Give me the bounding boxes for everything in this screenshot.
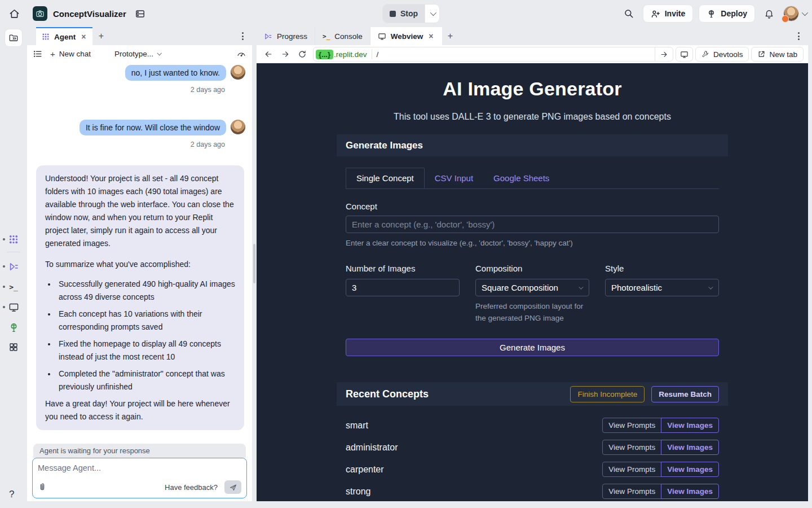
agent-paragraph: Have a great day! Your project will be h… [45,397,235,423]
send-button[interactable] [224,480,241,494]
webview-urlbar: {...} .replit.dev / Devtools New tab [257,45,808,63]
concept-input[interactable] [346,216,719,233]
view-images-button[interactable]: View Images [661,462,719,477]
rail-all-tools-icon[interactable] [7,340,20,354]
send-icon [229,483,237,492]
reload-button[interactable] [295,47,310,62]
tab-csv-input[interactable]: CSV Input [425,168,483,189]
layout-icon[interactable] [132,5,149,22]
right-panel: Progress >_ Console Webview × + {...} .r… [257,27,808,501]
close-icon[interactable]: × [427,32,434,41]
stop-button[interactable]: Stop [383,5,425,23]
page-title: AI Image Generator [337,78,728,100]
chevron-down-icon [579,284,583,289]
view-prompts-button[interactable]: View Prompts [602,462,661,477]
num-images-label: Number of Images [346,264,460,273]
chat-history-icon[interactable] [33,49,42,59]
tab-single-concept[interactable]: Single Concept [346,168,425,189]
new-chat-label: New chat [59,50,91,58]
tab-agent[interactable]: Agent × [36,27,92,45]
stop-options-button[interactable] [425,5,439,23]
chat-input-area: Agent is waiting for your response Have … [27,436,252,501]
add-tab-button[interactable]: + [442,27,459,45]
rail-console-icon[interactable]: >_ [7,280,20,294]
back-button[interactable] [261,47,276,62]
rail-webview-icon[interactable] [7,300,20,314]
concept-row: administrator View Prompts View Images [346,436,719,458]
devtools-button[interactable]: Devtools [695,47,749,62]
rail-deployments-icon[interactable] [7,321,20,334]
tab-google-sheets[interactable]: Google Sheets [483,168,559,189]
url-input[interactable]: {...} .replit.dev / [313,47,673,62]
message-input[interactable] [38,463,241,472]
composition-select[interactable]: Square Composition [475,279,589,296]
deploy-button[interactable]: Deploy [699,5,755,23]
home-button[interactable] [6,5,23,22]
resume-batch-button[interactable]: Resume Batch [651,386,719,402]
search-icon [624,8,634,19]
view-images-button[interactable]: View Images [661,440,719,455]
scrollbar-thumb[interactable] [253,244,255,283]
view-images-button[interactable]: View Images [661,484,719,499]
style-select[interactable]: Photorealistic [605,279,719,296]
invite-button[interactable]: Invite [643,5,694,23]
rail-progress-icon[interactable] [7,260,20,273]
usage-gauge-icon[interactable] [236,49,246,59]
add-tab-button[interactable]: + [92,27,109,45]
collapse-file-tree-button[interactable] [5,29,23,47]
url-host-badge: {...} [316,50,333,59]
folder-collapse-icon [8,33,19,43]
close-icon[interactable]: × [80,32,87,41]
monitor-icon [680,50,689,59]
device-preview-button[interactable] [676,47,693,62]
agent-panel-menu-button[interactable] [237,31,248,41]
feedback-link[interactable]: Have feedback? [165,483,218,492]
notifications-button[interactable] [761,5,778,22]
new-tab-button[interactable]: New tab [751,47,804,62]
message-timestamp: 2 days ago [34,141,225,148]
tab-webview[interactable]: Webview × [370,27,442,45]
agent-paragraph: To summarize what you've accomplished: [45,258,235,271]
new-tab-label: New tab [769,50,797,59]
tab-progress[interactable]: Progress [257,27,315,45]
recent-concepts-list: smart View Prompts View Images administr… [337,414,728,501]
url-path: / [377,50,655,59]
style-label: Style [605,264,719,273]
num-images-input[interactable] [346,279,460,296]
chat-session-label: Prototype... [114,50,153,58]
bell-icon [764,8,774,19]
view-images-button[interactable]: View Images [661,418,719,433]
agent-bullet-list: Successfully generated 490 high-quality … [56,278,235,393]
agent-paragraph: Understood! Your project is all set - al… [45,172,235,250]
right-panel-menu-button[interactable] [793,31,804,41]
view-prompts-button[interactable]: View Prompts [602,440,661,455]
tab-console[interactable]: >_ Console [315,27,370,45]
view-prompts-button[interactable]: View Prompts [602,484,661,499]
view-prompts-button[interactable]: View Prompts [602,418,661,433]
webview-icon [378,32,386,41]
forward-button[interactable] [278,47,293,62]
help-button[interactable]: ? [9,489,14,500]
left-rail: >_ ? [0,27,27,508]
concept-row: strong View Prompts View Images [346,480,719,501]
finish-incomplete-button[interactable]: Finish Incomplete [570,386,645,402]
agent-message: Understood! Your project is all set - al… [36,165,244,430]
app-title: ConceptVisualizer [53,9,126,19]
devtools-label: Devtools [713,50,743,59]
attach-file-button[interactable] [38,483,47,492]
avatar [231,120,245,134]
search-button[interactable] [620,5,637,22]
new-chat-button[interactable]: + New chat [50,49,91,59]
chat-scrollbar[interactable] [252,27,257,501]
chevron-down-icon [708,284,713,289]
page-subtitle: This tool uses DALL-E 3 to generate PNG … [337,112,728,122]
concept-row: smart View Prompts View Images [346,414,719,436]
account-menu[interactable] [783,6,806,21]
rail-agent-icon[interactable] [7,233,20,246]
external-link-icon [757,50,765,58]
recent-concepts-title: Recent Concepts [346,388,429,400]
generate-images-button[interactable]: Generate Images [346,339,719,356]
go-button[interactable] [655,47,673,61]
chat-session-select[interactable]: Prototype... [114,50,161,58]
rail-divider [7,252,20,252]
